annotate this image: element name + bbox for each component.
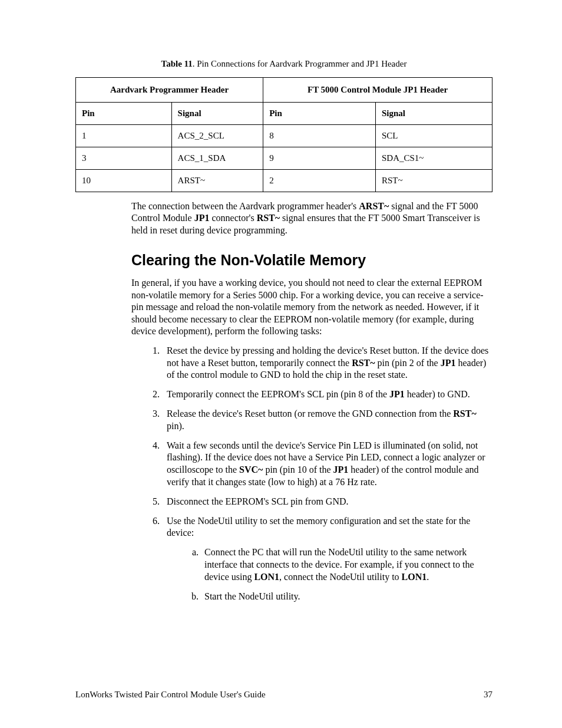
cell: ACS_1_SDA (171, 147, 263, 170)
text: pin (pin 2 of the (375, 358, 441, 368)
cell: SCL (376, 125, 492, 147)
table-group-row: Aardvark Programmer Header FT 5000 Contr… (76, 78, 492, 103)
text: The connection between the Aardvark prog… (131, 201, 359, 211)
text: pin). (167, 421, 184, 431)
list-item: Release the device's Reset button (or re… (162, 408, 492, 433)
list-item: Start the NodeUtil utility. (201, 591, 492, 603)
cell: 1 (76, 125, 172, 147)
table-row: 1 ACS_2_SCL 8 SCL (76, 125, 492, 147)
footer: LonWorks Twisted Pair Control Module Use… (75, 690, 492, 700)
text: Release the device's Reset button (or re… (167, 409, 453, 419)
cell: 8 (263, 125, 376, 147)
text: Use the NodeUtil utility to set the memo… (167, 516, 470, 538)
text-bold: JP1 (333, 465, 349, 475)
text: header) to GND. (405, 389, 470, 399)
text-bold: JP1 (441, 358, 456, 368)
cell: SDA_CS1~ (376, 147, 492, 170)
text-bold: RST~ (257, 213, 280, 223)
col-pin-2: Pin (263, 103, 376, 125)
text-bold: JP1 (194, 213, 210, 223)
table-row: 10 ARST~ 2 RST~ (76, 170, 492, 192)
list-item: Disconnect the EEPROM's SCL pin from GND… (162, 496, 492, 508)
text-bold: RST~ (352, 358, 375, 368)
text-bold: RST~ (453, 409, 476, 419)
list-item: Wait a few seconds until the device's Se… (162, 440, 492, 489)
table-row: 3 ACS_1_SDA 9 SDA_CS1~ (76, 147, 492, 170)
text: pin (pin 10 of the (263, 465, 333, 475)
text-bold: ARST~ (359, 201, 389, 211)
list-item: Reset the device by pressing and holding… (162, 345, 492, 381)
cell: ARST~ (171, 170, 263, 192)
pin-table: Aardvark Programmer Header FT 5000 Contr… (75, 77, 492, 192)
section-heading: Clearing the Non-Volatile Memory (131, 252, 492, 269)
page: Table 11. Pin Connections for Aardvark P… (0, 0, 562, 728)
text: connector's (209, 213, 256, 223)
text: . (427, 572, 429, 582)
list-item: Use the NodeUtil utility to set the memo… (162, 515, 492, 603)
text-bold: LON1 (402, 572, 427, 582)
cell: 2 (263, 170, 376, 192)
page-number: 37 (484, 690, 492, 700)
text: , connect the NodeUtil utility to (279, 572, 402, 582)
substeps-list: Connect the PC that will run the NodeUti… (167, 546, 492, 602)
group-header-1: Aardvark Programmer Header (76, 78, 263, 103)
steps-list: Reset the device by pressing and holding… (131, 345, 492, 603)
col-signal-1: Signal (171, 103, 263, 125)
text-bold: LON1 (254, 572, 279, 582)
cell: ACS_2_SCL (171, 125, 263, 147)
table-header-row: Pin Signal Pin Signal (76, 103, 492, 125)
cell: 9 (263, 147, 376, 170)
col-pin-1: Pin (76, 103, 172, 125)
footer-title: LonWorks Twisted Pair Control Module Use… (75, 690, 266, 700)
table-label: Table 11 (161, 59, 193, 68)
connection-paragraph: The connection between the Aardvark prog… (131, 200, 492, 236)
table-caption-text: . Pin Connections for Aardvark Programme… (193, 59, 407, 68)
col-signal-2: Signal (376, 103, 492, 125)
body-block: The connection between the Aardvark prog… (131, 200, 492, 602)
table-caption: Table 11. Pin Connections for Aardvark P… (75, 59, 492, 69)
intro-paragraph: In general, if you have a working device… (131, 277, 492, 337)
list-item: Connect the PC that will run the NodeUti… (201, 546, 492, 583)
text-bold: JP1 (389, 389, 405, 399)
list-item: Temporarily connect the EEPROM's SCL pin… (162, 388, 492, 401)
group-header-2: FT 5000 Control Module JP1 Header (263, 78, 492, 103)
text-bold: SVC~ (239, 465, 263, 475)
cell: 10 (76, 170, 172, 192)
cell: 3 (76, 147, 172, 170)
cell: RST~ (376, 170, 492, 192)
text: Temporarily connect the EEPROM's SCL pin… (167, 389, 389, 399)
